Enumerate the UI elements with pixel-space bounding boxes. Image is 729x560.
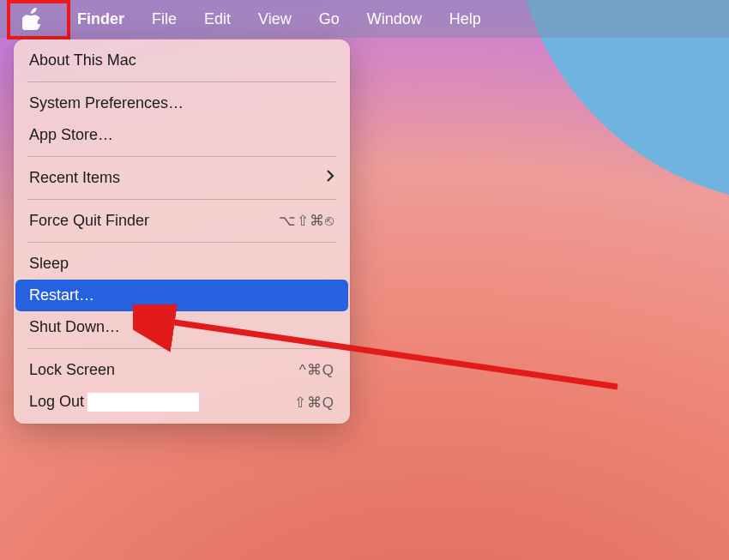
menu-item-recent-items[interactable]: Recent Items: [15, 162, 348, 194]
menu-item-lock-screen[interactable]: Lock Screen ^⌘Q: [15, 354, 348, 386]
menu-item-label: Recent Items: [29, 169, 120, 187]
menu-separator: [27, 81, 336, 82]
menu-item-label: Lock Screen: [29, 361, 115, 379]
menu-item-label: App Store…: [29, 126, 113, 144]
menu-separator: [27, 156, 336, 157]
redacted-username: [87, 393, 199, 412]
apple-logo-icon: [22, 8, 41, 30]
apple-menu-dropdown: About This Mac System Preferences… App S…: [14, 39, 350, 424]
menu-item-log-out[interactable]: Log Out ⇧⌘Q: [15, 386, 348, 418]
menu-item-label: Force Quit Finder: [29, 212, 149, 230]
menu-item-app-store[interactable]: App Store…: [15, 119, 348, 151]
menu-item-label: Restart…: [29, 286, 94, 304]
menu-item-system-preferences[interactable]: System Preferences…: [15, 87, 348, 119]
apple-menu-button[interactable]: [0, 0, 63, 38]
menu-item-sleep[interactable]: Sleep: [15, 248, 348, 280]
menu-item-shut-down[interactable]: Shut Down…: [15, 311, 348, 343]
menu-item-label: Shut Down…: [29, 318, 120, 336]
keyboard-shortcut: ⌥⇧⌘⎋: [279, 212, 334, 230]
menubar: Finder File Edit View Go Window Help: [0, 0, 729, 38]
menu-item-label: Log Out: [29, 393, 199, 412]
menubar-item-help[interactable]: Help: [436, 0, 495, 38]
menu-item-label: About This Mac: [29, 51, 136, 69]
keyboard-shortcut: ⇧⌘Q: [294, 394, 334, 412]
menubar-item-go[interactable]: Go: [305, 0, 353, 38]
menu-item-about-this-mac[interactable]: About This Mac: [15, 45, 348, 76]
menubar-item-window[interactable]: Window: [353, 0, 436, 38]
keyboard-shortcut: ^⌘Q: [299, 361, 334, 379]
menu-separator: [27, 199, 336, 200]
menu-separator: [27, 242, 336, 243]
menu-separator: [27, 348, 336, 349]
menu-item-label: System Preferences…: [29, 94, 184, 112]
menu-item-force-quit[interactable]: Force Quit Finder ⌥⇧⌘⎋: [15, 205, 348, 237]
menubar-item-view[interactable]: View: [244, 0, 305, 38]
menubar-app-name[interactable]: Finder: [63, 0, 138, 38]
menu-item-label: Sleep: [29, 255, 69, 273]
menubar-item-file[interactable]: File: [138, 0, 190, 38]
menubar-item-edit[interactable]: Edit: [190, 0, 244, 38]
menu-item-restart[interactable]: Restart…: [15, 280, 348, 311]
chevron-right-icon: [326, 169, 334, 187]
